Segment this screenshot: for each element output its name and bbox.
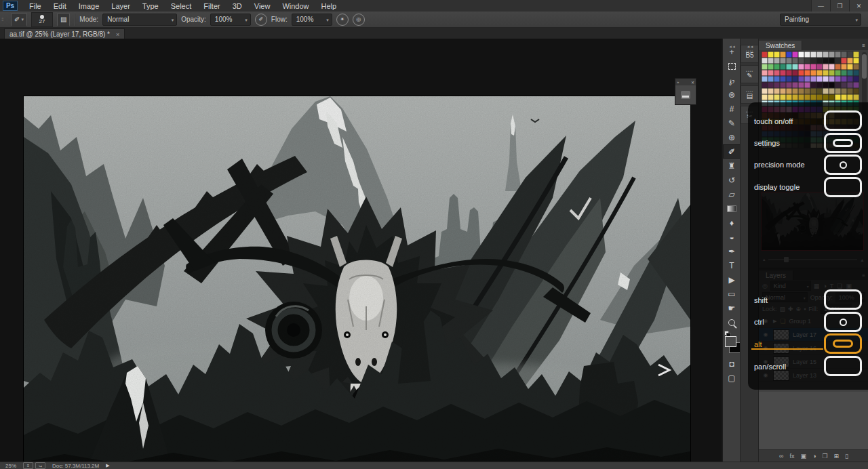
screen-mode-button[interactable]: ▢: [723, 371, 741, 385]
color-swatch[interactable]: [835, 88, 841, 94]
toggle-brush-panel-button[interactable]: ▤: [57, 13, 70, 26]
color-swatch[interactable]: [804, 64, 810, 70]
color-swatch[interactable]: [780, 58, 786, 64]
color-swatch[interactable]: [853, 58, 859, 64]
fx-icon[interactable]: fx: [789, 453, 794, 460]
color-swatch[interactable]: [816, 94, 823, 100]
color-swatch[interactable]: [762, 58, 768, 64]
scrollbar-thumb[interactable]: [862, 54, 867, 79]
menu-window[interactable]: Window: [276, 1, 315, 11]
overlay-button-settings[interactable]: [824, 133, 862, 153]
quick-selection-tool[interactable]: ⊛: [723, 87, 741, 102]
link-icon[interactable]: ∞: [779, 453, 783, 460]
color-swatch[interactable]: [841, 70, 847, 76]
menu-type[interactable]: Type: [136, 1, 165, 11]
color-swatch[interactable]: [829, 76, 835, 82]
color-swatch[interactable]: [841, 82, 847, 88]
share-icon[interactable]: ↪: [35, 462, 45, 469]
status-expand-icon[interactable]: ▶: [106, 463, 109, 468]
close-icon[interactable]: ✕: [691, 80, 694, 85]
color-swatch[interactable]: [810, 52, 816, 58]
color-swatch[interactable]: [835, 82, 841, 88]
color-swatch[interactable]: [841, 76, 847, 82]
color-swatch[interactable]: [768, 70, 774, 76]
color-swatch[interactable]: [768, 88, 774, 94]
canvas-area[interactable]: » ✕: [0, 39, 721, 462]
menu-help[interactable]: Help: [315, 1, 343, 11]
color-swatch[interactable]: [780, 94, 786, 100]
new-layer-icon[interactable]: ⊞: [833, 453, 839, 460]
color-swatch[interactable]: [835, 70, 841, 76]
color-swatch[interactable]: [810, 94, 816, 100]
color-swatch[interactable]: [798, 94, 804, 100]
color-swatch[interactable]: [792, 82, 798, 88]
color-swatch[interactable]: [841, 58, 847, 64]
color-swatch[interactable]: [835, 52, 841, 58]
panel-menu-icon[interactable]: ≡: [862, 43, 868, 50]
color-swatch[interactable]: [810, 76, 816, 82]
overlay-button-display-toggle[interactable]: [824, 177, 862, 197]
pressure-opacity-icon[interactable]: ✐: [255, 14, 267, 26]
layer-mask-icon[interactable]: ▣: [800, 453, 806, 460]
color-swatch[interactable]: [853, 88, 859, 94]
color-swatch[interactable]: [847, 70, 853, 76]
color-swatch[interactable]: [847, 76, 853, 82]
color-swatch[interactable]: [816, 58, 823, 64]
color-swatch[interactable]: [774, 64, 780, 70]
color-swatch[interactable]: [762, 64, 768, 70]
color-swatch[interactable]: [798, 58, 804, 64]
color-swatch[interactable]: [762, 88, 768, 94]
adjustment-icon[interactable]: ◑: [812, 453, 816, 460]
tab-swatches[interactable]: Swatches: [759, 41, 802, 50]
color-swatch[interactable]: [853, 94, 859, 100]
color-swatch[interactable]: [780, 70, 786, 76]
color-swatch[interactable]: [804, 82, 810, 88]
color-swatch[interactable]: [847, 64, 853, 70]
color-swatch[interactable]: [853, 76, 859, 82]
pressure-size-icon[interactable]: ◎: [353, 14, 365, 26]
color-swatch[interactable]: [798, 52, 804, 58]
color-swatch[interactable]: [823, 82, 829, 88]
brush-tool[interactable]: ✐: [723, 144, 741, 159]
color-swatch[interactable]: [835, 58, 841, 64]
color-swatch[interactable]: [780, 52, 786, 58]
color-swatch[interactable]: [774, 88, 780, 94]
menu-3d[interactable]: 3D: [226, 1, 248, 11]
color-swatch[interactable]: [816, 76, 823, 82]
marquee-tool[interactable]: [723, 59, 741, 73]
color-swatch[interactable]: [798, 88, 804, 94]
menu-filter[interactable]: Filter: [197, 1, 226, 11]
type-tool[interactable]: T: [723, 258, 741, 272]
overlay-button-touch-on-off[interactable]: [824, 110, 862, 131]
color-swatch[interactable]: [768, 52, 774, 58]
group-icon[interactable]: ❐: [822, 453, 827, 460]
color-swatch[interactable]: [792, 94, 798, 100]
menu-file[interactable]: File: [23, 1, 47, 11]
menu-select[interactable]: Select: [165, 1, 198, 11]
color-swatch[interactable]: [847, 52, 853, 58]
rectangle-tool[interactable]: ▭: [723, 287, 741, 301]
color-swatch[interactable]: [816, 52, 823, 58]
move-tool[interactable]: +: [723, 45, 741, 59]
floating-mini-panel[interactable]: » ✕: [675, 78, 696, 105]
layer-comps-panel-icon[interactable]: ••••▤: [741, 85, 759, 104]
color-swatch[interactable]: [780, 76, 786, 82]
menu-edit[interactable]: Edit: [47, 1, 73, 11]
color-swatch[interactable]: [853, 52, 859, 58]
blur-tool[interactable]: ♦: [723, 216, 741, 230]
color-swatch[interactable]: [829, 70, 835, 76]
color-swatch[interactable]: [804, 76, 810, 82]
menu-view[interactable]: View: [248, 1, 277, 11]
color-swatch[interactable]: [786, 58, 792, 64]
gradient-tool[interactable]: [723, 201, 741, 216]
color-swatch[interactable]: [804, 52, 810, 58]
color-swatch[interactable]: [835, 76, 841, 82]
flow-select[interactable]: 100% ▾: [292, 14, 332, 26]
color-swatch[interactable]: [762, 76, 768, 82]
foreground-color[interactable]: [725, 336, 736, 347]
artwork-canvas[interactable]: [24, 96, 690, 469]
overlay-button-pan-scroll[interactable]: [824, 356, 862, 376]
workspace-select[interactable]: Painting ▾: [780, 14, 861, 26]
color-swatch[interactable]: [847, 88, 853, 94]
color-swatch[interactable]: [768, 82, 774, 88]
